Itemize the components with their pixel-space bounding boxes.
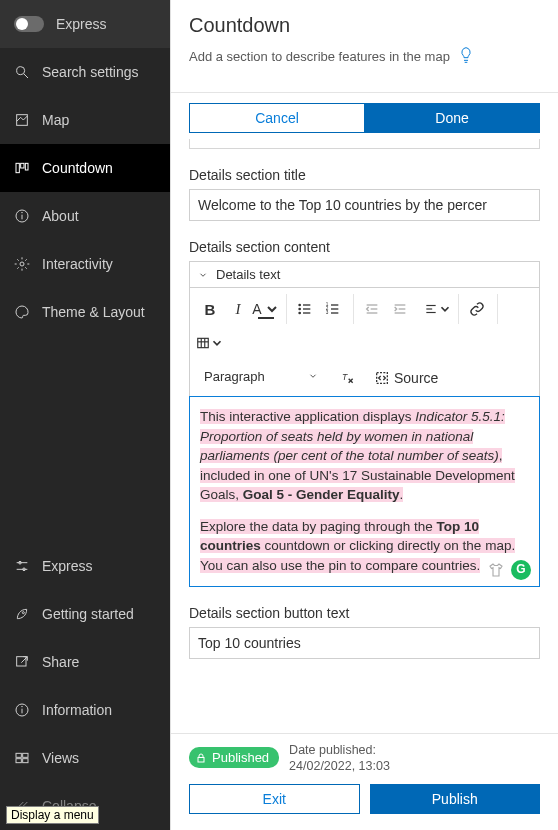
editor-toolbar: B I A 123	[190, 288, 539, 397]
sidebar-item-label: Theme & Layout	[42, 304, 145, 320]
cancel-button[interactable]: Cancel	[189, 103, 364, 133]
info-icon	[14, 702, 30, 718]
details-button-value: Top 10 countries	[198, 635, 301, 651]
bullet-list-button[interactable]	[291, 295, 319, 323]
main-panel: Countdown Add a section to describe feat…	[170, 0, 558, 830]
editor-header-label: Details text	[216, 267, 280, 282]
tooltip: Display a menu	[6, 806, 99, 824]
sidebar-item-label: Express	[42, 558, 93, 574]
grammarly-icon[interactable]: G	[511, 560, 531, 580]
link-button[interactable]	[463, 295, 491, 323]
search-settings[interactable]: Search settings	[0, 48, 170, 96]
express-label: Express	[56, 16, 107, 32]
outdent-button[interactable]	[358, 295, 386, 323]
svg-line-1	[24, 74, 28, 78]
map-icon	[14, 112, 30, 128]
sidebar-item-about[interactable]: About	[0, 192, 170, 240]
exit-button[interactable]: Exit	[189, 784, 360, 814]
panel-footer: Published Date published: 24/02/2022, 13…	[171, 733, 558, 831]
sidebar-item-label: Information	[42, 702, 112, 718]
sidebar-item-interactivity[interactable]: Interactivity	[0, 240, 170, 288]
info-icon	[14, 208, 30, 224]
sidebar-item-theme[interactable]: Theme & Layout	[0, 288, 170, 336]
bold-button[interactable]: B	[196, 295, 224, 323]
align-button[interactable]	[424, 295, 452, 323]
svg-point-0	[17, 67, 25, 75]
details-title-value: Welcome to the Top 10 countries by the p…	[198, 197, 487, 213]
sidebar-bottom-express[interactable]: Express	[0, 542, 170, 590]
number-list-button[interactable]: 123	[319, 295, 347, 323]
lightbulb-icon[interactable]	[458, 45, 474, 68]
publish-meta: Date published: 24/02/2022, 13:03	[289, 742, 390, 775]
assistant-icon[interactable]	[487, 560, 505, 580]
svg-rect-22	[16, 759, 21, 763]
svg-rect-21	[23, 753, 28, 757]
sidebar-item-label: Countdown	[42, 160, 113, 176]
details-content-label: Details section content	[189, 239, 540, 255]
indent-button[interactable]	[386, 295, 414, 323]
sidebar-item-map[interactable]: Map	[0, 96, 170, 144]
page-subtitle: Add a section to describe features in th…	[189, 49, 450, 64]
sidebar-item-countdown[interactable]: Countdown	[0, 144, 170, 192]
italic-button[interactable]: I	[224, 295, 252, 323]
panel-header: Countdown Add a section to describe feat…	[171, 0, 558, 93]
svg-point-24	[299, 304, 300, 305]
rocket-icon	[14, 606, 30, 622]
content-text: This interactive application displays	[200, 409, 415, 424]
search-icon	[14, 64, 30, 80]
details-button-input[interactable]: Top 10 countries	[189, 627, 540, 659]
published-badge: Published	[189, 747, 279, 768]
publish-button[interactable]: Publish	[370, 784, 541, 814]
published-label: Published	[212, 750, 269, 765]
lock-icon	[195, 752, 207, 764]
svg-rect-20	[16, 753, 21, 757]
done-button[interactable]: Done	[364, 103, 540, 133]
share-icon	[14, 654, 30, 670]
search-placeholder: Search settings	[42, 64, 139, 80]
express-toggle-row[interactable]: Express	[0, 0, 170, 48]
sidebar-item-label: Share	[42, 654, 79, 670]
sidebar-bottom-views[interactable]: Views	[0, 734, 170, 782]
content-text: Explore the data by paging through the	[200, 519, 436, 534]
sidebar-item-label: About	[42, 208, 79, 224]
page-title: Countdown	[189, 14, 540, 37]
clear-format-button[interactable]: T	[334, 364, 362, 392]
date-published-value: 24/02/2022, 13:03	[289, 758, 390, 774]
svg-text:T: T	[342, 372, 348, 382]
svg-rect-53	[198, 757, 204, 762]
details-button-label: Details section button text	[189, 605, 540, 621]
svg-rect-4	[21, 163, 24, 168]
svg-point-8	[22, 212, 23, 213]
paragraph-style-select[interactable]: Paragraph	[196, 362, 326, 390]
svg-rect-23	[23, 759, 28, 763]
sidebar-item-label: Interactivity	[42, 256, 113, 272]
sidebar-bottom-getting-started[interactable]: Getting started	[0, 590, 170, 638]
editor-collapse-header[interactable]: Details text	[190, 262, 539, 288]
sidebar-bottom-share[interactable]: Share	[0, 638, 170, 686]
table-button[interactable]	[196, 329, 224, 357]
svg-point-14	[22, 612, 24, 614]
rich-text-editor: Details text B I A 12	[189, 261, 540, 587]
svg-text:3: 3	[326, 310, 329, 315]
details-title-label: Details section title	[189, 167, 540, 183]
svg-rect-5	[25, 163, 28, 170]
sidebar: Express Search settings Map Countdown Ab…	[0, 0, 170, 830]
panel-body[interactable]: Cancel Done Details section title Welcom…	[171, 93, 558, 733]
source-button[interactable]: Source	[370, 364, 442, 392]
svg-rect-3	[16, 163, 19, 172]
segmented-buttons: Cancel Done	[189, 103, 540, 133]
details-title-input[interactable]: Welcome to the Top 10 countries by the p…	[189, 189, 540, 221]
sidebar-bottom-information[interactable]: Information	[0, 686, 170, 734]
text-color-button[interactable]: A	[252, 295, 280, 323]
paragraph-label: Paragraph	[204, 369, 265, 384]
svg-point-19	[22, 706, 23, 707]
svg-point-25	[299, 308, 300, 309]
sidebar-item-label: Map	[42, 112, 69, 128]
svg-rect-45	[198, 338, 209, 347]
content-text: .	[400, 487, 404, 502]
source-label: Source	[394, 370, 438, 386]
chevron-down-icon	[198, 270, 208, 280]
sliders-icon	[14, 558, 30, 574]
editor-content-area[interactable]: This interactive application displays In…	[189, 396, 540, 587]
express-toggle[interactable]	[14, 16, 44, 32]
